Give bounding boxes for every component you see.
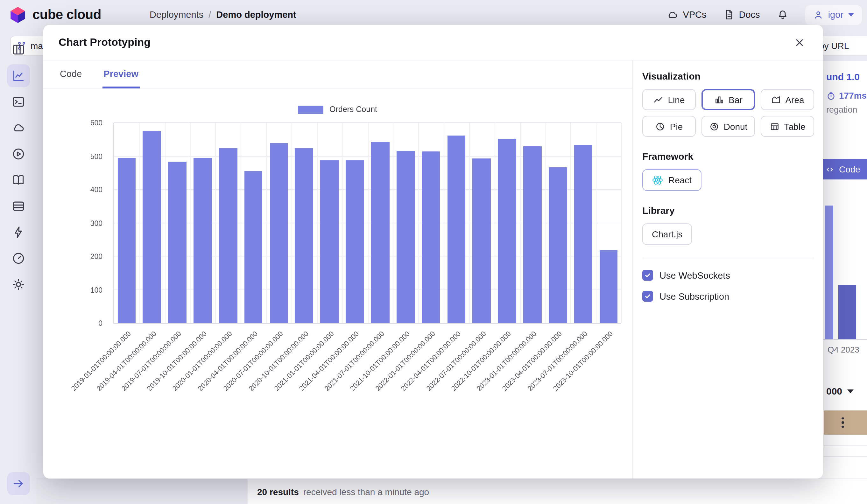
- gridline: [621, 123, 622, 323]
- bar-chart-icon: [714, 95, 724, 105]
- code-icon: [825, 164, 835, 174]
- chevron-down-icon: [848, 13, 854, 17]
- results-status: 20 results received less than a minute a…: [248, 479, 867, 504]
- rows-icon: [11, 199, 25, 213]
- breadcrumb: Deployments / Demo deployment: [150, 10, 296, 20]
- bar: [545, 123, 571, 323]
- library-chartjs-button[interactable]: Chart.js: [642, 223, 692, 245]
- chart-line-icon: [11, 69, 25, 83]
- lightning-icon: [11, 225, 25, 239]
- pie-chart-icon: [655, 121, 665, 131]
- y-tick-label: 0: [98, 320, 103, 327]
- bell-icon: [777, 9, 789, 21]
- kebab-menu-icon[interactable]: [842, 417, 844, 428]
- modal-title: Chart Prototyping: [58, 36, 151, 49]
- sidebar-item-runs[interactable]: [7, 142, 30, 165]
- breadcrumb-current: Demo deployment: [216, 10, 296, 20]
- viz-bar-button[interactable]: Bar: [702, 89, 755, 110]
- sidebar-item-performance[interactable]: [7, 247, 30, 270]
- chevron-down-icon: [847, 389, 854, 393]
- chart-plot: 0100200300400500600 2019-01-01T00:00:00.…: [113, 123, 621, 324]
- cube-cloud-logo[interactable]: cube cloud: [0, 6, 101, 23]
- modal-body: Code Preview Orders Count 01002003004005…: [43, 61, 823, 479]
- viz-area-button[interactable]: Area: [761, 89, 814, 110]
- framework-react-button[interactable]: React: [642, 169, 701, 191]
- y-axis-labels: 0100200300400500600: [79, 123, 108, 323]
- round-label: und 1.0: [826, 71, 860, 82]
- bar: [596, 123, 621, 323]
- results-count: 20 results: [257, 486, 299, 497]
- area-chart-icon: [771, 95, 781, 105]
- latency-icon: [826, 91, 836, 100]
- play-circle-icon: [11, 147, 25, 161]
- viz-line-button[interactable]: Line: [642, 89, 696, 110]
- results-message: received less than a minute ago: [303, 486, 429, 497]
- vpcs-link[interactable]: VPCs: [666, 9, 706, 21]
- sidebar-item-settings[interactable]: [7, 273, 30, 296]
- background-x-label: Q4 2023: [827, 345, 859, 354]
- chart-legend: Orders Count: [43, 105, 632, 114]
- left-sidebar: [0, 29, 36, 504]
- legend-label: Orders Count: [329, 105, 377, 114]
- sidebar-item-boards[interactable]: [7, 38, 30, 61]
- sidebar-item-data[interactable]: [7, 195, 30, 218]
- y-tick-label: 500: [90, 152, 103, 160]
- code-button[interactable]: Code: [817, 159, 867, 180]
- x-axis-labels: 2019-01-01T00:00:00.0002019-04-01T00:00:…: [114, 323, 621, 400]
- y-tick-label: 100: [90, 286, 103, 294]
- console-icon: [11, 95, 25, 109]
- sidebar-item-playground[interactable]: [7, 64, 30, 87]
- cloud-icon: [11, 121, 25, 135]
- collapse-sidebar-button[interactable]: [7, 472, 30, 495]
- tabs: Code Preview: [43, 61, 632, 88]
- y-tick-label: 400: [90, 186, 103, 193]
- sidebar-item-console[interactable]: [7, 90, 30, 113]
- cube-logo-icon: [9, 6, 27, 23]
- latency-indicator: 177ms: [826, 90, 867, 100]
- bar: [240, 123, 266, 323]
- docs-link[interactable]: Docs: [723, 9, 760, 20]
- react-icon: [652, 174, 663, 186]
- background-bar: [825, 205, 833, 339]
- line-chart-icon: [653, 95, 664, 105]
- viz-donut-button[interactable]: Donut: [702, 116, 755, 137]
- sidebar-item-events[interactable]: [7, 221, 30, 244]
- arrow-right-icon: [12, 477, 24, 490]
- use-websockets-checkbox[interactable]: Use WebSockets: [642, 270, 814, 281]
- status-bar: 20 results received less than a minute a…: [36, 479, 867, 504]
- bar: [342, 123, 368, 323]
- gear-icon: [11, 277, 25, 291]
- bar: [114, 123, 139, 323]
- notifications-button[interactable]: [777, 9, 789, 21]
- sidebar-item-deploys[interactable]: [7, 117, 30, 139]
- bar: [368, 123, 393, 323]
- aggregation-label: regation: [826, 105, 857, 115]
- table-row-divider: [824, 446, 867, 446]
- board-icon: [11, 43, 25, 57]
- use-subscription-checkbox[interactable]: Use Subscription: [642, 291, 814, 302]
- tab-preview[interactable]: Preview: [102, 61, 140, 88]
- chart-bars: [114, 123, 621, 323]
- library-title: Library: [642, 205, 814, 216]
- viz-options: Line Bar Area Pie: [642, 89, 814, 137]
- book-icon: [11, 173, 25, 187]
- breadcrumb-deployments[interactable]: Deployments: [150, 10, 203, 20]
- close-button[interactable]: [791, 34, 808, 51]
- y-tick-label: 600: [90, 119, 103, 127]
- bar: [570, 123, 596, 323]
- tab-code[interactable]: Code: [58, 61, 83, 88]
- sidebar-item-docs[interactable]: [7, 169, 30, 192]
- document-icon: [723, 9, 735, 20]
- panel-divider: [642, 258, 814, 258]
- visualization-title: Visualization: [642, 71, 814, 82]
- row-limit-dropdown[interactable]: 000: [826, 386, 854, 396]
- user-menu[interactable]: igor: [805, 5, 862, 24]
- chart-prototyping-modal: Chart Prototyping Code Preview Orders Co…: [43, 25, 823, 479]
- table-cell-highlight[interactable]: [824, 410, 867, 435]
- y-tick-label: 300: [90, 219, 103, 227]
- gauge-icon: [11, 251, 25, 265]
- viz-table-button[interactable]: Table: [761, 116, 814, 137]
- viz-pie-button[interactable]: Pie: [642, 116, 696, 137]
- framework-title: Framework: [642, 151, 814, 162]
- visualization-panel: Visualization Line Bar Area: [633, 61, 823, 479]
